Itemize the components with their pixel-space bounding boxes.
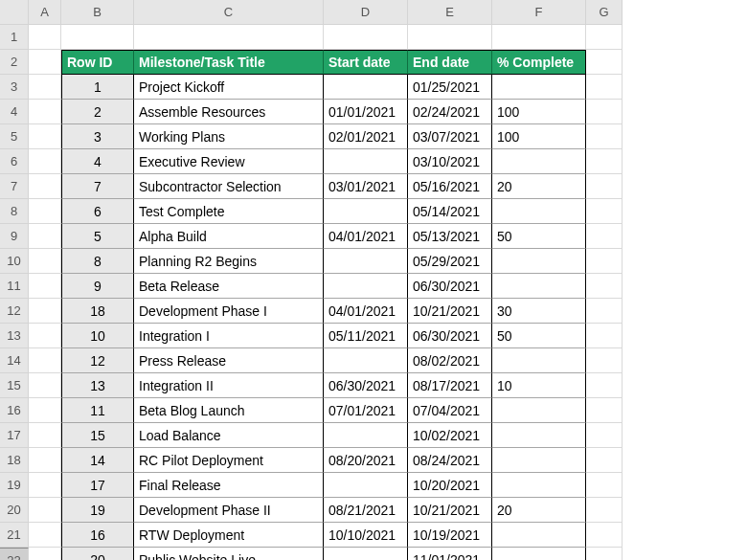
table-cell-rowid-9[interactable]: 5 (61, 224, 134, 249)
table-cell-title-10[interactable]: Planning R2 Begins (134, 249, 324, 274)
table-cell-start-4[interactable]: 01/01/2021 (324, 100, 408, 124)
table-cell-title-4[interactable]: Assemble Resources (134, 100, 324, 124)
table-cell-start-10[interactable] (324, 249, 408, 274)
cell-A3[interactable] (29, 75, 61, 100)
table-cell-pct-12[interactable]: 30 (492, 299, 586, 324)
cell-A20[interactable] (29, 498, 61, 523)
table-cell-start-13[interactable]: 05/11/2021 (324, 324, 408, 348)
table-cell-end-10[interactable]: 05/29/2021 (408, 249, 492, 274)
column-header-G[interactable]: G (586, 0, 622, 25)
table-cell-title-18[interactable]: RC Pilot Deployment (134, 448, 324, 473)
table-cell-rowid-20[interactable]: 19 (61, 498, 134, 523)
table-cell-title-3[interactable]: Project Kickoff (134, 75, 324, 100)
table-cell-end-15[interactable]: 08/17/2021 (408, 373, 492, 398)
cell-G15[interactable] (586, 373, 622, 398)
table-cell-rowid-8[interactable]: 6 (61, 199, 134, 224)
cell-A22[interactable] (29, 548, 61, 560)
cell-G22[interactable] (586, 548, 622, 560)
table-header-pct[interactable]: % Complete (492, 50, 586, 75)
table-cell-pct-4[interactable]: 100 (492, 100, 586, 124)
table-cell-start-5[interactable]: 02/01/2021 (324, 124, 408, 149)
cell-G3[interactable] (586, 75, 622, 100)
cell-G6[interactable] (586, 149, 622, 174)
cell-G1[interactable] (586, 25, 622, 50)
cell-A1[interactable] (29, 25, 61, 50)
cell-G19[interactable] (586, 473, 622, 498)
cell-G4[interactable] (586, 100, 622, 124)
table-cell-pct-18[interactable] (492, 448, 586, 473)
table-cell-rowid-19[interactable]: 17 (61, 473, 134, 498)
table-cell-title-14[interactable]: Press Release (134, 348, 324, 373)
table-cell-start-20[interactable]: 08/21/2021 (324, 498, 408, 523)
table-cell-end-7[interactable]: 05/16/2021 (408, 174, 492, 199)
table-cell-rowid-3[interactable]: 1 (61, 75, 134, 100)
cell-G2[interactable] (586, 50, 622, 75)
table-cell-pct-10[interactable] (492, 249, 586, 274)
table-cell-pct-9[interactable]: 50 (492, 224, 586, 249)
cell-G10[interactable] (586, 249, 622, 274)
cell-A10[interactable] (29, 249, 61, 274)
table-cell-pct-20[interactable]: 20 (492, 498, 586, 523)
cell-E1[interactable] (408, 25, 492, 50)
table-cell-start-16[interactable]: 07/01/2021 (324, 398, 408, 423)
table-cell-rowid-16[interactable]: 11 (61, 398, 134, 423)
row-header-5[interactable]: 5 (0, 124, 29, 149)
column-header-F[interactable]: F (492, 0, 586, 25)
cell-G5[interactable] (586, 124, 622, 149)
table-cell-pct-17[interactable] (492, 423, 586, 448)
table-cell-end-19[interactable]: 10/20/2021 (408, 473, 492, 498)
table-cell-end-18[interactable]: 08/24/2021 (408, 448, 492, 473)
row-header-13[interactable]: 13 (0, 324, 29, 348)
table-cell-rowid-6[interactable]: 4 (61, 149, 134, 174)
table-cell-pct-13[interactable]: 50 (492, 324, 586, 348)
table-cell-start-19[interactable] (324, 473, 408, 498)
cell-G20[interactable] (586, 498, 622, 523)
table-cell-start-14[interactable] (324, 348, 408, 373)
row-header-14[interactable]: 14 (0, 348, 29, 373)
table-cell-end-21[interactable]: 10/19/2021 (408, 523, 492, 548)
cell-A4[interactable] (29, 100, 61, 124)
table-cell-pct-14[interactable] (492, 348, 586, 373)
table-cell-pct-6[interactable] (492, 149, 586, 174)
table-cell-start-9[interactable]: 04/01/2021 (324, 224, 408, 249)
cell-A2[interactable] (29, 50, 61, 75)
cell-A15[interactable] (29, 373, 61, 398)
table-cell-start-12[interactable]: 04/01/2021 (324, 299, 408, 324)
row-header-22[interactable]: 22 (0, 548, 29, 560)
cell-D1[interactable] (324, 25, 408, 50)
row-header-15[interactable]: 15 (0, 373, 29, 398)
row-header-12[interactable]: 12 (0, 299, 29, 324)
spreadsheet-grid[interactable]: ABCDEFG12Row IDMilestone/Task TitleStart… (0, 0, 747, 560)
table-cell-rowid-13[interactable]: 10 (61, 324, 134, 348)
table-cell-title-19[interactable]: Final Release (134, 473, 324, 498)
row-header-19[interactable]: 19 (0, 473, 29, 498)
cell-A5[interactable] (29, 124, 61, 149)
row-header-11[interactable]: 11 (0, 274, 29, 299)
cell-B1[interactable] (61, 25, 134, 50)
cell-G11[interactable] (586, 274, 622, 299)
cell-G14[interactable] (586, 348, 622, 373)
table-cell-rowid-5[interactable]: 3 (61, 124, 134, 149)
table-cell-end-6[interactable]: 03/10/2021 (408, 149, 492, 174)
table-cell-pct-3[interactable] (492, 75, 586, 100)
cell-G13[interactable] (586, 324, 622, 348)
row-header-17[interactable]: 17 (0, 423, 29, 448)
cell-C1[interactable] (134, 25, 324, 50)
row-header-6[interactable]: 6 (0, 149, 29, 174)
table-cell-title-5[interactable]: Working Plans (134, 124, 324, 149)
cell-A16[interactable] (29, 398, 61, 423)
table-cell-title-20[interactable]: Development Phase II (134, 498, 324, 523)
column-header-A[interactable]: A (29, 0, 61, 25)
table-cell-rowid-11[interactable]: 9 (61, 274, 134, 299)
cell-G16[interactable] (586, 398, 622, 423)
cell-G21[interactable] (586, 523, 622, 548)
table-cell-start-17[interactable] (324, 423, 408, 448)
table-cell-pct-19[interactable] (492, 473, 586, 498)
table-cell-start-6[interactable] (324, 149, 408, 174)
cell-A21[interactable] (29, 523, 61, 548)
table-cell-start-11[interactable] (324, 274, 408, 299)
table-cell-pct-5[interactable]: 100 (492, 124, 586, 149)
cell-A17[interactable] (29, 423, 61, 448)
table-cell-end-20[interactable]: 10/21/2021 (408, 498, 492, 523)
table-cell-pct-7[interactable]: 20 (492, 174, 586, 199)
